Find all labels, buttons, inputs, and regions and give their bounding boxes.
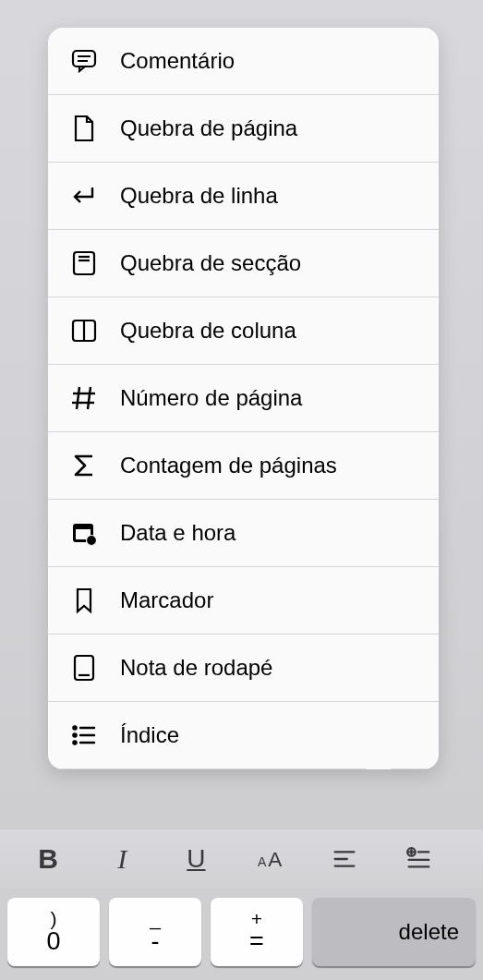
key-bottom: - — [151, 929, 160, 954]
menu-item-page-number[interactable]: Número de página — [48, 365, 439, 432]
section-break-icon — [68, 248, 100, 279]
menu-item-footnote[interactable]: Nota de rodapé — [48, 635, 439, 702]
svg-text:A: A — [268, 848, 283, 871]
menu-label: Contagem de páginas — [120, 453, 337, 478]
page-break-icon — [68, 113, 100, 144]
svg-rect-3 — [74, 252, 94, 274]
format-toolbar: B I U A A — [0, 829, 483, 889]
underline-button[interactable]: U — [170, 835, 222, 883]
svg-point-19 — [73, 733, 76, 736]
svg-point-21 — [73, 741, 76, 744]
textsize-button[interactable]: A A — [245, 835, 296, 883]
svg-text:A: A — [257, 854, 266, 869]
popover-tail — [365, 768, 392, 769]
menu-label: Quebra de linha — [120, 183, 278, 209]
menu-item-page-count[interactable]: Contagem de páginas — [48, 432, 439, 500]
menu-item-section-break[interactable]: Quebra de secção — [48, 230, 439, 297]
footnote-icon — [68, 652, 100, 684]
svg-line-8 — [77, 387, 79, 409]
toc-icon — [68, 720, 100, 751]
svg-point-14 — [87, 536, 97, 546]
line-break-icon — [68, 180, 100, 212]
comment-icon — [68, 45, 100, 77]
menu-label: Nota de rodapé — [120, 655, 272, 681]
insert-button[interactable] — [392, 835, 444, 883]
menu-label: Marcador — [120, 587, 213, 613]
menu-item-line-break[interactable]: Quebra de linha — [48, 163, 439, 230]
menu-label: Número de página — [120, 385, 302, 411]
column-break-icon — [68, 315, 100, 346]
insert-icon — [404, 844, 433, 874]
menu-item-comment[interactable]: Comentário — [48, 28, 439, 95]
bold-label: B — [38, 843, 58, 875]
menu-item-page-break[interactable]: Quebra de página — [48, 95, 439, 163]
calendar-icon — [68, 517, 100, 549]
key-top: ) — [51, 910, 57, 928]
menu-label: Quebra de coluna — [120, 318, 296, 344]
menu-label: Índice — [120, 722, 179, 748]
menu-label: Quebra de página — [120, 115, 297, 141]
bookmark-icon — [68, 585, 100, 616]
textsize-icon: A A — [256, 844, 285, 874]
align-button[interactable] — [319, 835, 370, 883]
key-bottom: = — [249, 929, 264, 954]
delete-label: delete — [399, 919, 459, 945]
italic-button[interactable]: I — [96, 835, 148, 883]
menu-item-toc[interactable]: Índice — [48, 702, 439, 769]
sigma-icon — [68, 450, 100, 481]
bold-button[interactable]: B — [22, 835, 74, 883]
insert-menu-popover: Comentário Quebra de página Quebra de li… — [48, 28, 439, 769]
key-delete[interactable]: delete — [312, 898, 476, 966]
key-bottom: 0 — [46, 929, 60, 954]
svg-point-17 — [73, 726, 76, 729]
italic-label: I — [117, 843, 127, 875]
menu-item-bookmark[interactable]: Marcador — [48, 567, 439, 635]
keyboard-row: ) 0 _ - + = delete — [0, 889, 483, 980]
key-plus-equals[interactable]: + = — [211, 898, 303, 966]
menu-label: Quebra de secção — [120, 250, 301, 276]
key-top: _ — [150, 910, 161, 928]
svg-line-9 — [88, 387, 91, 409]
align-icon — [330, 844, 359, 874]
menu-item-column-break[interactable]: Quebra de coluna — [48, 297, 439, 365]
menu-label: Comentário — [120, 48, 235, 74]
menu-label: Data e hora — [120, 520, 235, 546]
menu-item-date-time[interactable]: Data e hora — [48, 500, 439, 567]
key-paren-zero[interactable]: ) 0 — [7, 898, 100, 966]
hash-icon — [68, 382, 100, 414]
key-underscore-dash[interactable]: _ - — [109, 898, 201, 966]
svg-rect-0 — [73, 51, 95, 67]
underline-label: U — [187, 844, 205, 874]
key-top: + — [251, 910, 262, 928]
